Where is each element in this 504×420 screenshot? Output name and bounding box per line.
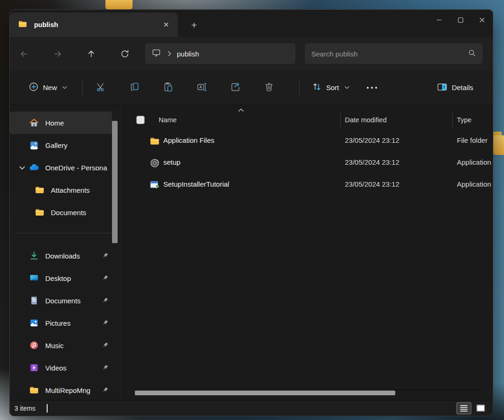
sidebar-item-pictures[interactable]: Pictures	[10, 312, 112, 334]
sidebar-item-music[interactable]: Music	[10, 334, 112, 357]
desktop-folder-icon[interactable]	[493, 132, 504, 155]
details-view-button[interactable]: Details	[431, 78, 479, 98]
copy-icon	[129, 82, 140, 94]
folder-icon	[28, 385, 40, 395]
column-divider[interactable]	[452, 113, 453, 127]
cut-icon	[96, 82, 106, 94]
sort-button[interactable]: Sort	[307, 78, 354, 97]
rename-icon	[196, 82, 207, 94]
sidebar-item-label: Videos	[45, 364, 67, 372]
new-button-label: New	[43, 84, 57, 91]
file-list: Name Date modified Type Application File…	[124, 105, 493, 400]
sidebar-item-desktop[interactable]: Desktop	[10, 267, 112, 289]
sidebar-item-attachments[interactable]: Attachments	[10, 179, 112, 201]
back-button[interactable]	[15, 45, 32, 62]
sidebar-item-videos[interactable]: Videos	[10, 357, 112, 379]
file-date-modified: 23/05/2024 23:12	[345, 158, 399, 166]
cut-button[interactable]	[90, 78, 112, 97]
details-pane-icon	[437, 82, 448, 94]
arrow-left-icon	[19, 49, 29, 59]
sidebar-item-label: Attachments	[51, 186, 90, 194]
sort-button-label: Sort	[326, 84, 339, 91]
minimize-icon	[436, 17, 442, 23]
tab-publish[interactable]: publish ✕	[10, 13, 178, 37]
sidebar-item-home[interactable]: Home	[10, 112, 112, 134]
desktop: { "colors": { "accent": "#4cc2ff", "tool…	[0, 0, 504, 420]
desktop-icon	[28, 273, 40, 283]
sidebar-item-onedrive[interactable]: OneDrive - Persona	[10, 156, 112, 179]
window-controls	[428, 10, 493, 30]
new-button[interactable]: New	[24, 78, 72, 97]
column-divider[interactable]	[340, 113, 341, 127]
sidebar-divider	[15, 233, 112, 233]
minimize-button[interactable]	[428, 10, 450, 30]
plus-icon: +	[191, 20, 197, 30]
toolbar-divider	[299, 80, 300, 96]
sidebar-item-label: Documents	[45, 297, 81, 305]
column-header-type[interactable]: Type	[457, 110, 471, 130]
file-row-application-files[interactable]: Application Files 23/05/2024 23:12 File …	[125, 130, 493, 152]
folder-icon	[34, 207, 45, 217]
details-button-label: Details	[452, 84, 473, 91]
toolbar-divider	[82, 80, 83, 96]
home-icon	[28, 118, 40, 128]
pin-icon	[102, 252, 109, 259]
chevron-down-icon	[62, 86, 67, 89]
horizontal-scrollbar[interactable]	[135, 391, 493, 395]
arrow-up-icon	[86, 49, 96, 59]
file-row-setup[interactable]: setup 23/05/2024 23:12 Application	[125, 152, 493, 174]
up-button[interactable]	[83, 45, 99, 62]
delete-button[interactable]	[258, 78, 280, 97]
tab-close-button[interactable]: ✕	[159, 18, 173, 32]
sidebar-item-multirepomng[interactable]: MultiRepoMng	[10, 379, 112, 400]
thumbnail-view-icon	[476, 405, 485, 412]
pin-icon	[102, 386, 109, 393]
breadcrumb-chevron-icon[interactable]	[168, 51, 171, 56]
onedrive-cloud-icon	[28, 162, 40, 173]
copy-button[interactable]	[124, 78, 145, 97]
address-bar[interactable]: publish	[145, 43, 295, 64]
close-icon	[479, 17, 485, 23]
scrollbar-track[interactable]	[394, 390, 480, 390]
sidebar-item-label: Home	[45, 119, 64, 127]
sidebar-scrollbar[interactable]	[112, 121, 118, 243]
scrollbar-thumb[interactable]	[135, 391, 395, 395]
details-view-toggle[interactable]	[456, 402, 471, 414]
pin-icon	[102, 319, 109, 326]
large-icons-view-toggle[interactable]	[473, 402, 488, 414]
close-button[interactable]	[471, 10, 493, 30]
breadcrumb-publish[interactable]: publish	[177, 50, 199, 58]
desktop-folder-icon[interactable]	[105, 0, 133, 9]
search-icon	[468, 49, 476, 59]
this-pc-icon[interactable]	[152, 48, 161, 59]
see-more-button[interactable]	[362, 78, 382, 97]
search-input[interactable]	[311, 50, 468, 58]
column-header-date-modified[interactable]: Date modified	[345, 110, 386, 130]
file-name: SetupInstallerTutorial	[163, 180, 229, 188]
pin-icon	[102, 342, 109, 349]
sidebar-item-downloads[interactable]: Downloads	[10, 245, 112, 267]
sidebar-item-gallery[interactable]: Gallery	[10, 134, 112, 156]
downloads-icon	[28, 251, 40, 261]
select-all-checkbox[interactable]	[136, 116, 145, 124]
sidebar-item-documents-onedrive[interactable]: Documents	[10, 201, 112, 224]
column-header-name[interactable]: Name	[159, 110, 177, 130]
items-count: 3 items	[14, 405, 35, 412]
sidebar-item-documents[interactable]: Documents	[10, 289, 112, 312]
refresh-icon	[120, 49, 130, 59]
status-bar: 3 items	[10, 400, 493, 416]
pin-icon	[102, 364, 109, 371]
share-button[interactable]	[224, 78, 246, 97]
new-tab-button[interactable]: +	[186, 17, 202, 33]
list-header: Name Date modified Type	[125, 110, 493, 130]
forward-button[interactable]	[49, 45, 66, 62]
maximize-button[interactable]	[450, 10, 471, 30]
file-name: Application Files	[163, 136, 214, 144]
installer-disc-icon	[149, 158, 160, 168]
chevron-down-icon[interactable]	[15, 166, 28, 170]
refresh-button[interactable]	[116, 45, 133, 62]
folder-icon	[18, 19, 28, 31]
rename-button[interactable]	[191, 78, 212, 97]
file-row-setupinstallertutorial[interactable]: SetupInstallerTutorial 23/05/2024 23:12 …	[125, 174, 493, 196]
paste-button[interactable]	[157, 78, 179, 97]
